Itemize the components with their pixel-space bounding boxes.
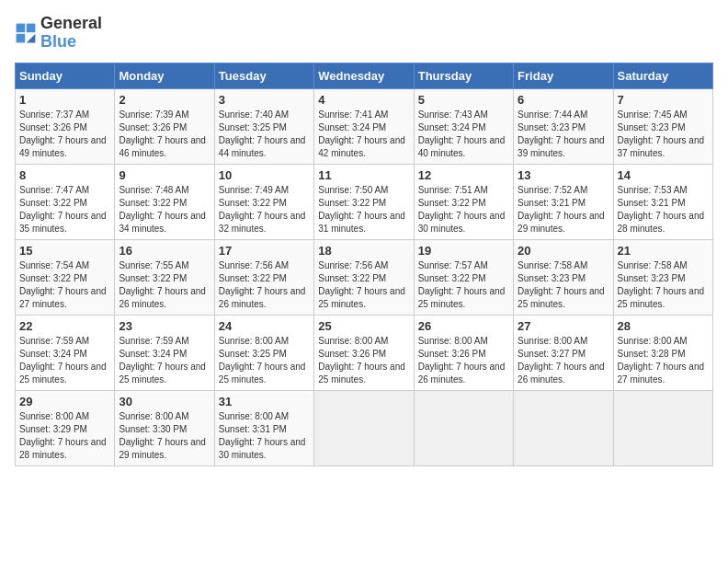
day-number: 11	[318, 168, 409, 182]
day-info: Sunrise: 7:44 AMSunset: 3:23 PMDaylight:…	[518, 109, 609, 160]
day-number: 18	[318, 244, 409, 258]
logo-text: General Blue	[40, 15, 102, 52]
day-info: Sunrise: 8:00 AMSunset: 3:30 PMDaylight:…	[119, 410, 210, 462]
logo-icon	[15, 22, 37, 44]
day-info: Sunrise: 7:56 AMSunset: 3:22 PMDaylight:…	[318, 259, 409, 311]
day-info: Sunrise: 8:00 AMSunset: 3:27 PMDaylight:…	[518, 335, 609, 386]
day-number: 13	[518, 168, 609, 182]
day-number: 20	[518, 244, 609, 258]
day-info: Sunrise: 8:00 AMSunset: 3:28 PMDaylight:…	[618, 335, 709, 386]
calendar-cell: 13 Sunrise: 7:52 AMSunset: 3:21 PMDaylig…	[514, 164, 613, 239]
day-number: 17	[219, 244, 310, 258]
svg-rect-0	[17, 23, 26, 32]
day-number: 7	[618, 93, 709, 107]
header-day-sunday: Sunday	[16, 63, 115, 88]
day-info: Sunrise: 7:39 AMSunset: 3:26 PMDaylight:…	[119, 109, 210, 160]
calendar-cell: 10 Sunrise: 7:49 AMSunset: 3:22 PMDaylig…	[214, 164, 313, 239]
day-number: 29	[19, 395, 110, 408]
calendar-cell: 20 Sunrise: 7:58 AMSunset: 3:23 PMDaylig…	[514, 239, 613, 315]
calendar-cell: 14 Sunrise: 7:53 AMSunset: 3:21 PMDaylig…	[613, 164, 712, 239]
day-info: Sunrise: 7:45 AMSunset: 3:23 PMDaylight:…	[618, 109, 709, 160]
day-number: 15	[19, 244, 110, 258]
logo: General Blue	[15, 15, 102, 52]
calendar-week-2: 8 Sunrise: 7:47 AMSunset: 3:22 PMDayligh…	[16, 164, 713, 239]
calendar-cell: 15 Sunrise: 7:54 AMSunset: 3:22 PMDaylig…	[16, 239, 115, 315]
calendar-cell: 6 Sunrise: 7:44 AMSunset: 3:23 PMDayligh…	[514, 88, 613, 164]
calendar-cell: 12 Sunrise: 7:51 AMSunset: 3:22 PMDaylig…	[414, 164, 513, 239]
header-day-wednesday: Wednesday	[314, 63, 414, 88]
svg-rect-1	[27, 23, 36, 32]
calendar-cell	[414, 390, 513, 465]
day-info: Sunrise: 8:00 AMSunset: 3:26 PMDaylight:…	[318, 335, 409, 386]
day-info: Sunrise: 7:56 AMSunset: 3:22 PMDaylight:…	[219, 259, 310, 311]
calendar-cell: 5 Sunrise: 7:43 AMSunset: 3:24 PMDayligh…	[414, 88, 513, 164]
calendar-cell: 3 Sunrise: 7:40 AMSunset: 3:25 PMDayligh…	[214, 88, 313, 164]
header-row: SundayMondayTuesdayWednesdayThursdayFrid…	[16, 63, 713, 88]
day-number: 6	[518, 93, 609, 107]
calendar-cell: 29 Sunrise: 8:00 AMSunset: 3:29 PMDaylig…	[16, 390, 115, 465]
calendar-cell: 9 Sunrise: 7:48 AMSunset: 3:22 PMDayligh…	[115, 164, 214, 239]
calendar-cell: 7 Sunrise: 7:45 AMSunset: 3:23 PMDayligh…	[613, 88, 712, 164]
calendar-cell: 16 Sunrise: 7:55 AMSunset: 3:22 PMDaylig…	[115, 239, 214, 315]
day-number: 21	[618, 244, 709, 258]
calendar-cell: 31 Sunrise: 8:00 AMSunset: 3:31 PMDaylig…	[214, 390, 313, 465]
day-info: Sunrise: 7:43 AMSunset: 3:24 PMDaylight:…	[418, 109, 509, 160]
calendar-cell: 23 Sunrise: 7:59 AMSunset: 3:24 PMDaylig…	[115, 315, 214, 390]
day-number: 26	[418, 319, 509, 333]
day-number: 24	[219, 319, 310, 333]
header-day-monday: Monday	[115, 63, 214, 88]
day-info: Sunrise: 7:54 AMSunset: 3:22 PMDaylight:…	[19, 259, 110, 311]
day-info: Sunrise: 8:00 AMSunset: 3:31 PMDaylight:…	[219, 410, 310, 462]
svg-rect-2	[17, 34, 26, 43]
day-info: Sunrise: 7:48 AMSunset: 3:22 PMDaylight:…	[119, 184, 210, 236]
day-number: 28	[618, 319, 709, 333]
day-number: 8	[19, 168, 110, 182]
day-info: Sunrise: 7:53 AMSunset: 3:21 PMDaylight:…	[618, 184, 709, 236]
day-number: 2	[119, 93, 210, 107]
day-info: Sunrise: 8:00 AMSunset: 3:26 PMDaylight:…	[418, 335, 509, 386]
day-info: Sunrise: 8:00 AMSunset: 3:29 PMDaylight:…	[19, 410, 110, 462]
day-number: 14	[618, 168, 709, 182]
day-info: Sunrise: 7:59 AMSunset: 3:24 PMDaylight:…	[19, 335, 110, 386]
calendar-cell: 24 Sunrise: 8:00 AMSunset: 3:25 PMDaylig…	[214, 315, 313, 390]
day-number: 4	[318, 93, 409, 107]
calendar-cell: 11 Sunrise: 7:50 AMSunset: 3:22 PMDaylig…	[314, 164, 414, 239]
calendar-cell: 2 Sunrise: 7:39 AMSunset: 3:26 PMDayligh…	[115, 88, 214, 164]
day-info: Sunrise: 8:00 AMSunset: 3:25 PMDaylight:…	[219, 335, 310, 386]
calendar-cell	[613, 390, 712, 465]
day-info: Sunrise: 7:58 AMSunset: 3:23 PMDaylight:…	[618, 259, 709, 311]
calendar-cell: 30 Sunrise: 8:00 AMSunset: 3:30 PMDaylig…	[115, 390, 214, 465]
calendar-table: SundayMondayTuesdayWednesdayThursdayFrid…	[15, 63, 713, 466]
day-number: 9	[119, 168, 210, 182]
day-number: 12	[418, 168, 509, 182]
calendar-cell	[314, 390, 414, 465]
calendar-cell: 18 Sunrise: 7:56 AMSunset: 3:22 PMDaylig…	[314, 239, 414, 315]
calendar-cell: 22 Sunrise: 7:59 AMSunset: 3:24 PMDaylig…	[16, 315, 115, 390]
calendar-cell: 8 Sunrise: 7:47 AMSunset: 3:22 PMDayligh…	[16, 164, 115, 239]
day-number: 5	[418, 93, 509, 107]
calendar-cell	[514, 390, 613, 465]
day-number: 19	[418, 244, 509, 258]
calendar-week-5: 29 Sunrise: 8:00 AMSunset: 3:29 PMDaylig…	[16, 390, 713, 465]
page-header: General Blue	[15, 15, 713, 52]
day-number: 3	[219, 93, 310, 107]
day-info: Sunrise: 7:47 AMSunset: 3:22 PMDaylight:…	[19, 184, 110, 236]
calendar-cell: 21 Sunrise: 7:58 AMSunset: 3:23 PMDaylig…	[613, 239, 712, 315]
header-day-tuesday: Tuesday	[214, 63, 313, 88]
calendar-cell: 4 Sunrise: 7:41 AMSunset: 3:24 PMDayligh…	[314, 88, 414, 164]
day-number: 30	[119, 395, 210, 408]
day-number: 23	[119, 319, 210, 333]
day-info: Sunrise: 7:57 AMSunset: 3:22 PMDaylight:…	[418, 259, 509, 311]
day-number: 31	[219, 395, 310, 408]
calendar-week-3: 15 Sunrise: 7:54 AMSunset: 3:22 PMDaylig…	[16, 239, 713, 315]
day-info: Sunrise: 7:37 AMSunset: 3:26 PMDaylight:…	[19, 109, 110, 160]
day-number: 22	[19, 319, 110, 333]
day-info: Sunrise: 7:59 AMSunset: 3:24 PMDaylight:…	[119, 335, 210, 386]
day-number: 16	[119, 244, 210, 258]
calendar-cell: 19 Sunrise: 7:57 AMSunset: 3:22 PMDaylig…	[414, 239, 513, 315]
day-number: 10	[219, 168, 310, 182]
calendar-cell: 25 Sunrise: 8:00 AMSunset: 3:26 PMDaylig…	[314, 315, 414, 390]
calendar-cell: 1 Sunrise: 7:37 AMSunset: 3:26 PMDayligh…	[16, 88, 115, 164]
calendar-cell: 17 Sunrise: 7:56 AMSunset: 3:22 PMDaylig…	[214, 239, 313, 315]
calendar-week-1: 1 Sunrise: 7:37 AMSunset: 3:26 PMDayligh…	[16, 88, 713, 164]
